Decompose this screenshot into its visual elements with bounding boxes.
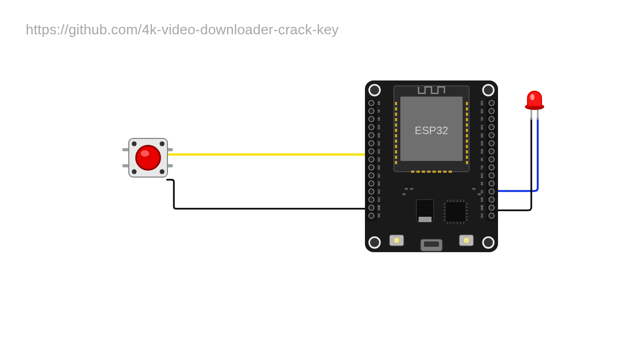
black-wire-led xyxy=(493,117,531,210)
svg-rect-35 xyxy=(466,123,468,127)
svg-text:D32: D32 xyxy=(378,141,380,145)
svg-text:VIN: VIN xyxy=(378,214,380,218)
svg-rect-27 xyxy=(395,145,397,148)
svg-point-68 xyxy=(489,100,494,106)
svg-text:D12: D12 xyxy=(378,189,380,194)
svg-text:VP: VP xyxy=(378,109,380,113)
svg-rect-44 xyxy=(416,171,420,173)
red-led xyxy=(525,91,544,120)
wiring-diagram: ESP32 xyxy=(0,0,644,338)
svg-rect-33 xyxy=(466,113,468,116)
svg-text:D13: D13 xyxy=(378,197,380,202)
svg-text:D23: D23 xyxy=(481,100,484,105)
svg-rect-147 xyxy=(410,188,413,190)
svg-point-74 xyxy=(489,149,494,154)
svg-point-69 xyxy=(489,108,494,114)
svg-text:D35: D35 xyxy=(378,133,380,137)
svg-rect-45 xyxy=(422,171,425,173)
svg-point-54 xyxy=(369,108,374,114)
svg-point-145 xyxy=(463,237,470,244)
svg-text:D14: D14 xyxy=(378,181,380,186)
svg-rect-114 xyxy=(419,217,431,222)
svg-rect-146 xyxy=(405,188,408,190)
svg-text:TX2: TX2 xyxy=(481,165,484,170)
svg-point-81 xyxy=(489,205,494,210)
svg-point-55 xyxy=(369,116,374,122)
svg-rect-46 xyxy=(427,171,430,173)
svg-point-60 xyxy=(369,157,374,162)
svg-text:GND: GND xyxy=(481,204,484,210)
svg-rect-43 xyxy=(411,171,414,173)
svg-rect-38 xyxy=(466,139,468,143)
svg-point-82 xyxy=(489,213,494,218)
svg-text:RX2: RX2 xyxy=(481,173,484,178)
svg-rect-20 xyxy=(395,107,397,111)
svg-point-75 xyxy=(489,157,494,162)
boot-button xyxy=(459,235,473,246)
svg-point-63 xyxy=(369,181,374,186)
svg-point-72 xyxy=(489,133,494,138)
svg-text:D22: D22 xyxy=(481,108,484,113)
svg-rect-47 xyxy=(433,171,436,173)
svg-point-15 xyxy=(369,237,380,248)
svg-text:D5: D5 xyxy=(481,158,484,161)
svg-point-13 xyxy=(369,85,380,95)
svg-point-77 xyxy=(489,173,494,178)
svg-rect-41 xyxy=(466,156,468,159)
svg-point-10 xyxy=(137,146,159,169)
svg-rect-115 xyxy=(445,202,466,222)
svg-point-57 xyxy=(369,133,374,138)
svg-point-71 xyxy=(489,124,494,130)
svg-rect-31 xyxy=(466,102,468,105)
svg-point-66 xyxy=(369,205,374,210)
svg-rect-28 xyxy=(395,150,397,153)
svg-point-11 xyxy=(141,150,149,157)
svg-text:D2: D2 xyxy=(481,190,484,193)
svg-text:3V3: 3V3 xyxy=(481,214,484,218)
svg-text:D34: D34 xyxy=(378,124,380,129)
svg-rect-32 xyxy=(466,107,468,111)
svg-text:D26: D26 xyxy=(378,165,380,170)
svg-point-14 xyxy=(483,85,494,95)
svg-point-6 xyxy=(160,142,165,146)
svg-text:D15: D15 xyxy=(481,197,484,202)
svg-point-61 xyxy=(369,165,374,170)
svg-rect-141 xyxy=(424,241,439,247)
push-button xyxy=(122,138,173,177)
svg-point-58 xyxy=(369,141,374,146)
svg-point-56 xyxy=(369,124,374,130)
svg-point-59 xyxy=(369,149,374,154)
svg-rect-40 xyxy=(466,150,468,153)
svg-point-65 xyxy=(369,197,374,202)
svg-rect-25 xyxy=(395,134,397,137)
svg-rect-22 xyxy=(395,118,397,121)
svg-point-76 xyxy=(489,165,494,170)
svg-rect-42 xyxy=(466,161,468,164)
svg-text:D18: D18 xyxy=(481,149,484,153)
chip-label: ESP32 xyxy=(415,124,448,136)
svg-point-16 xyxy=(483,237,494,248)
svg-rect-150 xyxy=(478,193,481,195)
black-wire-button xyxy=(166,180,389,209)
svg-text:D27: D27 xyxy=(378,173,380,178)
svg-point-53 xyxy=(369,100,374,106)
svg-rect-29 xyxy=(395,156,397,159)
svg-rect-49 xyxy=(443,171,447,173)
svg-text:VN: VN xyxy=(378,117,380,121)
svg-point-154 xyxy=(530,94,535,100)
svg-point-79 xyxy=(489,189,494,194)
svg-point-5 xyxy=(132,142,137,146)
svg-point-80 xyxy=(489,197,494,202)
svg-point-67 xyxy=(369,213,374,218)
svg-text:D19: D19 xyxy=(481,141,484,145)
svg-rect-34 xyxy=(466,118,468,121)
svg-point-73 xyxy=(489,141,494,146)
svg-rect-19 xyxy=(395,102,397,105)
svg-rect-149 xyxy=(472,188,475,190)
svg-rect-37 xyxy=(466,134,468,137)
svg-text:D25: D25 xyxy=(378,157,380,161)
svg-rect-26 xyxy=(395,139,397,143)
svg-point-64 xyxy=(369,189,374,194)
svg-rect-23 xyxy=(395,123,397,127)
svg-point-7 xyxy=(132,170,137,174)
